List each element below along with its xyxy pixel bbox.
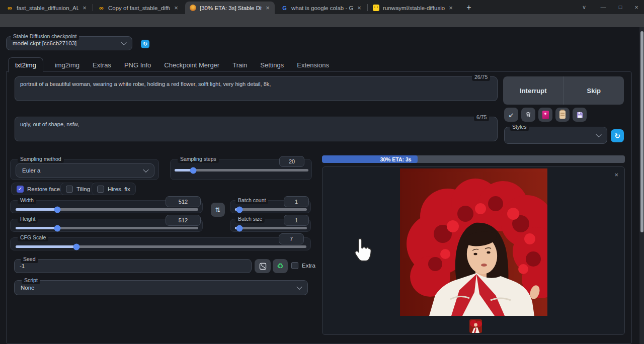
slider-thumb[interactable] <box>190 167 197 174</box>
window-maximize-button[interactable]: □ <box>613 0 628 14</box>
width-input[interactable]: 512 <box>166 196 201 207</box>
browser-tab-colab-1[interactable]: fast_stable_diffusion_AUTOMA × <box>2 2 92 14</box>
close-preview-icon[interactable]: × <box>614 171 618 179</box>
width-label: Width <box>18 197 36 204</box>
height-input[interactable]: 512 <box>166 215 201 226</box>
browser-toolbar: ← → ↻ 9e5e6cc2-c519-4dc5.gradio.live ☆ 2… <box>0 14 644 27</box>
width-slider[interactable] <box>16 208 198 211</box>
restore-faces-toggle[interactable]: Restore faces <box>11 183 68 195</box>
tiling-checkbox[interactable] <box>66 186 73 193</box>
styles-label: Styles <box>510 123 529 131</box>
window-chevron-icon[interactable]: ∨ <box>577 0 592 14</box>
slider-thumb[interactable] <box>73 243 80 250</box>
tab-separator <box>367 4 368 11</box>
prompt-token-counter: 26/75 <box>472 73 490 81</box>
checkpoint-dropdown[interactable]: Stable Diffusion checkpoint model.ckpt [… <box>6 36 132 50</box>
width-block: Width 512 <box>10 200 203 213</box>
extra-networks-button[interactable] <box>538 108 552 122</box>
extra-seed-checkbox[interactable] <box>291 262 298 269</box>
tab-train[interactable]: Train <box>226 58 254 72</box>
sampling-method-value: Euler a <box>22 167 40 174</box>
slider-thumb[interactable] <box>54 206 61 213</box>
mouse-cursor-hand <box>354 237 372 263</box>
batch-count-slider[interactable] <box>235 208 307 211</box>
batch-count-input[interactable]: 1 <box>284 196 309 207</box>
browser-tab-title: fast_stable_diffusion_AUTOMA <box>17 5 78 11</box>
close-icon[interactable]: × <box>355 4 363 12</box>
window-minimize-button[interactable]: — <box>596 0 611 14</box>
prompt-input[interactable]: portrait of a beautiful woman, wearing a… <box>15 76 498 101</box>
checkpoint-refresh-button[interactable]: ↻ <box>141 40 149 48</box>
tab-extensions[interactable]: Extensions <box>290 58 336 72</box>
hires-fix-label: Hires. fix <box>108 186 130 192</box>
close-icon[interactable]: × <box>172 4 180 12</box>
batch-size-block: Batch size 1 <box>230 219 311 232</box>
slider-thumb[interactable] <box>236 206 243 213</box>
batch-size-slider[interactable] <box>235 227 307 229</box>
script-dropdown[interactable]: Script None <box>14 280 308 295</box>
card-icon <box>542 111 549 119</box>
browser-tab-stable-diffusion[interactable]: [30% ETA: 3s] Stable Diffusion × <box>185 2 275 14</box>
random-seed-dice-button[interactable] <box>255 259 271 273</box>
save-style-button[interactable] <box>573 108 587 122</box>
styles-dropdown[interactable]: Styles <box>504 127 607 144</box>
tab-checkpoint-merger[interactable]: Checkpoint Merger <box>157 58 226 72</box>
close-icon[interactable]: × <box>447 4 455 12</box>
tab-png-info[interactable]: PNG Info <box>118 58 157 72</box>
sampling-method-select[interactable]: Euler a <box>16 163 154 178</box>
huggingface-icon <box>373 5 379 11</box>
hires-fix-toggle[interactable]: Hires. fix <box>92 183 136 195</box>
colab-icon <box>98 5 105 11</box>
slider-thumb[interactable] <box>236 225 243 231</box>
sampling-method-block: Sampling method Euler a <box>10 159 159 180</box>
dice-icon <box>259 263 267 270</box>
batch-size-input[interactable]: 1 <box>284 215 309 226</box>
gallery-thumbnail[interactable] <box>469 319 482 333</box>
generated-image[interactable] <box>400 168 547 316</box>
restore-faces-checkbox[interactable] <box>17 186 24 193</box>
browser-tab-colab-2[interactable]: Copy of fast_stable_diffusion_ × <box>94 2 183 14</box>
script-value: None <box>21 285 35 291</box>
tab-extras[interactable]: Extras <box>86 58 118 72</box>
close-icon[interactable]: × <box>264 4 272 12</box>
browser-tab-google-search[interactable]: what is google colab - Googl × <box>277 2 366 14</box>
height-block: Height 512 <box>10 219 203 232</box>
batch-size-label: Batch size <box>235 215 265 223</box>
close-icon[interactable]: × <box>80 4 89 12</box>
seed-field[interactable]: Seed -1 <box>14 259 252 273</box>
hires-fix-checkbox[interactable] <box>97 186 104 193</box>
tab-img2img[interactable]: img2img <box>48 58 86 72</box>
seed-value: -1 <box>20 263 25 269</box>
cfg-scale-slider[interactable] <box>16 245 306 248</box>
apply-styles-button[interactable] <box>555 108 570 122</box>
skip-button[interactable]: Skip <box>564 87 624 95</box>
new-tab-button[interactable]: + <box>463 2 475 14</box>
chevron-down-icon <box>143 167 148 173</box>
interrupt-button[interactable]: Interrupt <box>503 87 564 95</box>
reuse-seed-recycle-button[interactable]: ♻ <box>273 259 288 273</box>
sampling-method-label: Sampling method <box>18 155 64 163</box>
height-slider[interactable] <box>16 227 198 229</box>
tiling-toggle[interactable]: Tiling <box>60 183 96 195</box>
floppy-icon <box>576 111 584 119</box>
browser-tab-huggingface[interactable]: runwayml/stable-diffusion-v1 × <box>368 2 458 14</box>
seed-label: Seed <box>21 255 38 263</box>
window-close-button[interactable]: × <box>629 0 644 14</box>
swap-dimensions-button[interactable]: ⇅ <box>211 203 225 217</box>
sampling-steps-input[interactable]: 20 <box>279 156 304 167</box>
paste-generation-params-button[interactable]: ↙ <box>504 108 518 122</box>
browser-tab-title: what is google colab - Googl <box>291 5 353 11</box>
clear-prompt-trash-button[interactable] <box>521 108 535 122</box>
gradio-page: Stable Diffusion checkpoint model.ckpt [… <box>0 27 644 344</box>
scrollbar-thumb[interactable] <box>640 31 643 232</box>
extra-seed-toggle[interactable]: Extra <box>291 262 315 269</box>
styles-refresh-button[interactable]: ↻ <box>611 129 624 142</box>
tab-txt2img[interactable]: txt2img <box>8 57 43 72</box>
negative-prompt-input[interactable]: ugly, out of shape, nsfw, <box>15 117 498 141</box>
cfg-scale-input[interactable]: 7 <box>279 233 304 244</box>
slider-thumb[interactable] <box>54 225 61 231</box>
checkpoint-label: Stable Diffusion checkpoint <box>11 33 79 40</box>
tab-settings[interactable]: Settings <box>254 58 290 72</box>
sampling-steps-slider[interactable] <box>175 169 308 171</box>
sampling-steps-label: Sampling steps <box>178 155 219 163</box>
